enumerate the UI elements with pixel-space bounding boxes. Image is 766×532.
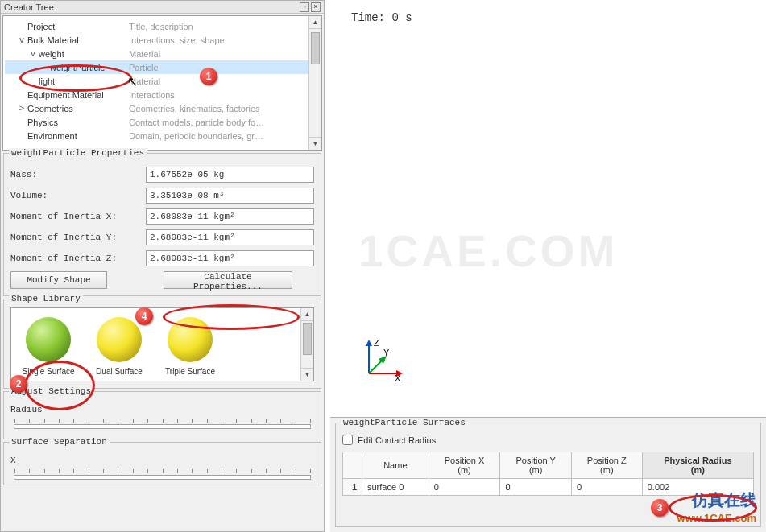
tree-item-physics[interactable]: PhysicsContact models, particle body fo… (5, 115, 320, 129)
tree-item-label: light (39, 76, 129, 86)
scroll-thumb[interactable] (311, 32, 320, 64)
shape-scrollbar[interactable]: ▲ ▼ (300, 308, 313, 381)
tree-item-desc: Title, description (129, 22, 193, 31)
surfaces-title: weightParticle Surfaces (341, 418, 468, 427)
cell-name[interactable]: surface 0 (362, 479, 429, 496)
x-slider[interactable] (14, 475, 311, 480)
tree-toggle-icon[interactable]: > (16, 104, 27, 113)
property-row: Moment of Inertia Z: (10, 250, 314, 266)
cell-posy[interactable]: 0 (500, 479, 571, 496)
modify-shape-button[interactable]: Modify Shape (10, 271, 107, 289)
watermark: 1CAE.COM (358, 225, 618, 277)
tree-item-label: Environment (27, 131, 129, 141)
tree-toggle-icon[interactable]: v (27, 49, 39, 58)
scroll-down-icon[interactable]: ▼ (301, 368, 313, 381)
edit-contact-radius-label: Edit Contact Radius (358, 435, 436, 445)
panel-titlebar: Creator Tree ▫ × (1, 1, 324, 14)
table-header-rownum (343, 452, 362, 479)
cell-radius[interactable]: 0.002 (642, 479, 753, 496)
tree-scrollbar[interactable]: ▲ ▼ (308, 16, 321, 150)
time-label: Time: 0 s (351, 11, 412, 24)
property-label: Mass: (10, 170, 146, 179)
tree-toggle-icon[interactable]: v (16, 35, 27, 44)
viewport-3d[interactable]: Time: 0 s 1CAE.COM Z X Y (330, 0, 766, 412)
tree-item-label: weightParticle (50, 63, 129, 72)
axis-triad-icon: Z X Y (359, 338, 404, 383)
tree-item-desc: Contact models, particle body fo… (129, 118, 264, 127)
tree-item-label: Geometries (27, 104, 129, 113)
svg-marker-1 (366, 340, 372, 346)
tree-item-label: Project (27, 22, 129, 31)
tree-item-desc: Interactions (129, 90, 175, 100)
cell-posx[interactable]: 0 (429, 479, 500, 496)
tree-item-desc: Domain, periodic boundaries, gr… (129, 131, 263, 141)
sphere-icon (26, 317, 71, 362)
table-row[interactable]: 1 surface 0 0 0 0 0.002 (343, 479, 754, 496)
tree-item-label: Physics (27, 118, 129, 127)
shape-single-surface[interactable]: Single Surface (13, 314, 84, 376)
shape-library-title: Shape Library (9, 294, 83, 303)
scroll-down-icon[interactable]: ▼ (309, 137, 321, 150)
property-row: Moment of Inertia X: (10, 208, 314, 225)
shape-library-list[interactable]: Single Surface Dual Surface Triple Surfa… (10, 307, 314, 381)
tree-item-environment[interactable]: EnvironmentDomain, periodic boundaries, … (5, 129, 320, 142)
tree-item-label: weight (39, 49, 129, 59)
table-rownum: 1 (343, 479, 362, 496)
shape-label: Triple Surface (155, 367, 226, 376)
calculate-properties-button[interactable]: Calculate Properties... (164, 271, 292, 289)
property-label: Volume: (10, 191, 146, 200)
property-input[interactable] (146, 188, 314, 204)
adjust-settings-group: Adjust Settings Radius (3, 391, 321, 439)
property-row: Mass: (10, 167, 314, 183)
creator-tree[interactable]: ProjectTitle, descriptionvBulk MaterialI… (2, 15, 322, 151)
property-input[interactable] (146, 250, 314, 266)
shape-triple-surface[interactable]: Triple Surface (155, 314, 226, 376)
svg-text:Z: Z (374, 338, 379, 348)
table-header-posz[interactable]: Position Z (m) (571, 452, 642, 479)
radius-slider[interactable] (14, 424, 311, 429)
property-input[interactable] (146, 167, 314, 183)
tree-item-project[interactable]: ProjectTitle, description (5, 19, 320, 33)
table-header-radius[interactable]: Physical Radius (m) (642, 452, 753, 479)
table-header-posx[interactable]: Position X (m) (429, 452, 500, 479)
tree-item-label: Equipment Material (27, 90, 129, 100)
tree-item-light[interactable]: lightMaterial (5, 74, 320, 88)
tree-item-equipment-material[interactable]: Equipment MaterialInteractions (5, 88, 320, 101)
panel-close-icon[interactable]: × (311, 2, 321, 12)
adjust-settings-title: Adjust Settings (9, 386, 93, 396)
tree-item-desc: Interactions, size, shape (129, 35, 225, 45)
properties-title: weightParticle Properties (9, 148, 147, 158)
property-input[interactable] (146, 208, 314, 225)
property-row: Moment of Inertia Y: (10, 229, 314, 245)
surface-separation-title: Surface Separation (9, 437, 110, 447)
tree-item-desc: Particle (129, 63, 159, 72)
panel-pin-icon[interactable]: ▫ (300, 2, 309, 12)
shape-library-group: Shape Library Single Surface Dual Surfac… (3, 299, 321, 389)
tree-item-weight[interactable]: vweightMaterial (5, 47, 320, 60)
property-label: Moment of Inertia Z: (10, 254, 146, 263)
table-header-posy[interactable]: Position Y (m) (500, 452, 571, 479)
scroll-up-icon[interactable]: ▲ (301, 308, 313, 321)
svg-text:Y: Y (383, 348, 390, 357)
tree-item-weightparticle[interactable]: weightParticleParticle (5, 60, 320, 74)
tree-item-desc: Material (129, 49, 160, 59)
shape-dual-surface[interactable]: Dual Surface (84, 314, 155, 376)
sphere-icon (97, 317, 142, 362)
shape-label: Single Surface (13, 367, 84, 376)
scroll-thumb[interactable] (303, 323, 312, 355)
edit-contact-radius-checkbox[interactable]: Edit Contact Radius (342, 435, 754, 445)
tree-item-bulk-material[interactable]: vBulk MaterialInteractions, size, shape (5, 33, 320, 47)
cell-posz[interactable]: 0 (571, 479, 642, 496)
scroll-up-icon[interactable]: ▲ (309, 16, 321, 29)
svg-text:X: X (395, 373, 401, 383)
surface-separation-group: Surface Separation X (3, 442, 321, 485)
tree-item-label: Bulk Material (27, 35, 129, 45)
radius-label: Radius (10, 405, 314, 414)
surfaces-table[interactable]: Name Position X (m) Position Y (m) Posit… (342, 452, 754, 496)
x-label: X (10, 456, 314, 465)
table-header-name[interactable]: Name (362, 452, 429, 479)
edit-contact-radius-input[interactable] (342, 435, 353, 445)
property-input[interactable] (146, 229, 314, 245)
surfaces-panel: weightParticle Surfaces Edit Contact Rad… (330, 417, 766, 532)
tree-item-geometries[interactable]: >GeometriesGeometries, kinematics, facto… (5, 101, 320, 115)
